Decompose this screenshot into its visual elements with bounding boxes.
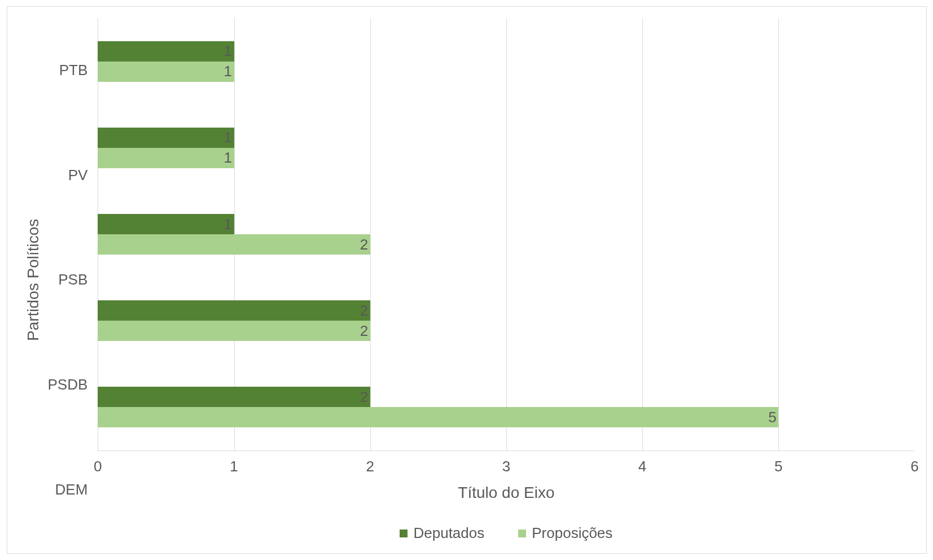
x-tick: 0 <box>94 458 102 475</box>
plot-area: 1 1 1 <box>98 18 914 451</box>
bar-deputados-psdb: 2 <box>98 300 914 321</box>
y-tick: DEM <box>48 437 88 542</box>
bar-deputados-pv: 1 <box>98 128 914 148</box>
x-tick: 4 <box>638 458 646 475</box>
bar-group-psdb: 2 2 <box>98 278 914 364</box>
x-tick: 1 <box>230 458 238 475</box>
bar-group-ptb: 1 1 <box>98 18 914 104</box>
bar-deputados-psb: 1 <box>98 214 914 234</box>
bar-fill <box>98 41 234 62</box>
bar-fill <box>98 148 234 168</box>
bar-proposicoes-psb: 2 <box>98 234 914 255</box>
x-axis-title: Título do Eixo <box>98 474 914 502</box>
legend-label: Proposições <box>532 524 612 542</box>
bar-proposicoes-ptb: 1 <box>98 62 914 82</box>
bar-value-label: 2 <box>357 236 368 253</box>
x-tick: 5 <box>774 458 782 475</box>
legend-item-deputados: Deputados <box>400 524 484 542</box>
y-tick: PTB <box>48 18 88 123</box>
y-tick: PSB <box>48 228 88 333</box>
bar-proposicoes-dem: 5 <box>98 407 914 427</box>
bar-fill <box>98 234 370 255</box>
bar-value-label: 1 <box>221 63 232 80</box>
bar-value-label: 1 <box>221 216 232 233</box>
bar-deputados-dem: 2 <box>98 387 914 407</box>
bar-value-label: 2 <box>357 388 368 406</box>
bar-fill <box>98 407 778 427</box>
bar-value-label: 1 <box>221 129 232 146</box>
bar-fill <box>98 128 234 148</box>
bar-fill <box>98 387 370 407</box>
bar-fill <box>98 214 234 234</box>
bar-deputados-ptb: 1 <box>98 41 914 62</box>
bar-group-pv: 1 1 <box>98 104 914 191</box>
plot-wrap: 1 1 1 <box>98 18 914 542</box>
bar-group-dem: 2 5 <box>98 364 914 450</box>
y-axis-tick-labels: PTB PV PSB PSDB DEM <box>48 18 98 542</box>
bar-fill <box>98 300 370 321</box>
chart-container: Partidos Políticos PTB PV PSB PSDB DEM <box>7 6 927 554</box>
bar-proposicoes-pv: 1 <box>98 148 914 168</box>
bar-value-label: 5 <box>765 409 776 426</box>
legend-item-proposicoes: Proposições <box>518 524 612 542</box>
legend: Deputados Proposições <box>98 502 914 542</box>
bar-value-label: 2 <box>357 302 368 320</box>
chart-body: Partidos Políticos PTB PV PSB PSDB DEM <box>19 18 915 542</box>
bar-group-psb: 1 2 <box>98 191 914 277</box>
bar-fill <box>98 62 234 82</box>
legend-label: Deputados <box>413 524 484 542</box>
x-tick: 3 <box>502 458 510 475</box>
y-tick: PSDB <box>48 333 88 438</box>
bar-proposicoes-psdb: 2 <box>98 321 914 341</box>
bar-value-label: 1 <box>221 42 232 60</box>
x-tick: 6 <box>910 458 918 475</box>
bar-fill <box>98 321 370 341</box>
legend-swatch-icon <box>400 530 408 537</box>
x-axis-tick-labels: 0 1 2 3 4 5 6 <box>98 451 914 474</box>
bar-value-label: 1 <box>221 149 232 167</box>
legend-swatch-icon <box>518 530 526 537</box>
y-tick: PV <box>48 123 88 228</box>
x-tick: 2 <box>366 458 374 475</box>
y-axis-title: Partidos Políticos <box>19 18 48 542</box>
bar-value-label: 2 <box>357 322 368 340</box>
bars: 1 1 1 <box>98 18 914 450</box>
